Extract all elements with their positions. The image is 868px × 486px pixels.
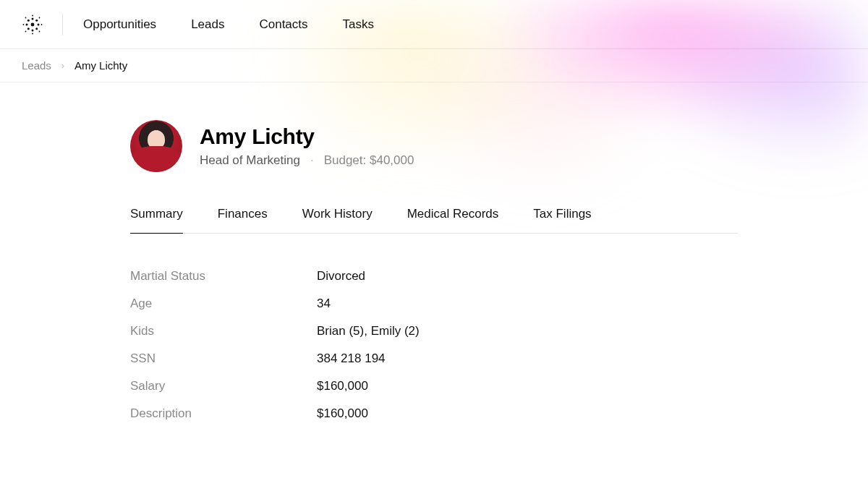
svg-point-13 (25, 17, 27, 18)
profile-heading: Amy Lichty Head of Marketing · Budget: $… (200, 124, 414, 168)
svg-point-8 (35, 27, 38, 30)
nav-contacts[interactable]: Contacts (259, 17, 307, 32)
breadcrumb: Leads › Amy Lichty (0, 49, 868, 82)
detail-value: 384 218 194 (317, 351, 386, 366)
svg-point-14 (39, 17, 41, 18)
profile-budget: Budget: $40,000 (324, 153, 414, 168)
breadcrumb-parent[interactable]: Leads (22, 59, 51, 72)
detail-value: $160,000 (317, 406, 368, 421)
detail-row: Description $160,000 (130, 400, 738, 427)
detail-row: Salary $160,000 (130, 372, 738, 400)
detail-label: SSN (130, 351, 317, 366)
detail-label: Description (130, 406, 317, 421)
detail-value: $160,000 (317, 379, 368, 393)
detail-label: Salary (130, 379, 317, 393)
detail-row: SSN 384 218 194 (130, 345, 738, 372)
details-list: Martial Status Divorced Age 34 Kids Bria… (130, 263, 738, 427)
tab-summary[interactable]: Summary (130, 207, 183, 233)
svg-point-4 (38, 23, 40, 25)
main-nav: Opportunities Leads Contacts Tasks (83, 17, 374, 32)
tabs: Summary Finances Work History Medical Re… (130, 207, 738, 234)
profile-header: Amy Lichty Head of Marketing · Budget: $… (130, 120, 738, 172)
detail-value: Brian (5), Emily (2) (317, 324, 420, 338)
detail-row: Martial Status Divorced (130, 263, 738, 290)
svg-point-11 (23, 24, 25, 25)
svg-point-16 (39, 30, 41, 32)
topbar: Opportunities Leads Contacts Tasks (0, 0, 868, 49)
detail-label: Martial Status (130, 269, 317, 284)
logo-icon (22, 14, 43, 35)
detail-label: Age (130, 297, 317, 311)
detail-value: Divorced (317, 269, 365, 284)
svg-point-0 (31, 22, 35, 26)
tab-finances[interactable]: Finances (218, 207, 268, 233)
svg-point-10 (32, 33, 33, 34)
svg-point-2 (32, 29, 34, 31)
svg-point-9 (32, 14, 33, 16)
profile-subtitle: Head of Marketing · Budget: $40,000 (200, 153, 414, 168)
content: Amy Lichty Head of Marketing · Budget: $… (0, 82, 738, 427)
detail-value: 34 (317, 297, 331, 311)
logo[interactable] (22, 14, 63, 35)
tab-medical-records[interactable]: Medical Records (407, 207, 499, 233)
nav-tasks[interactable]: Tasks (343, 17, 374, 32)
nav-opportunities[interactable]: Opportunities (83, 17, 156, 32)
avatar (130, 120, 182, 172)
svg-point-5 (27, 19, 30, 21)
detail-label: Kids (130, 324, 317, 338)
detail-row: Age 34 (130, 290, 738, 317)
svg-point-15 (25, 30, 27, 32)
nav-leads[interactable]: Leads (191, 17, 224, 32)
svg-point-1 (32, 17, 34, 20)
profile-role: Head of Marketing (200, 153, 300, 168)
svg-point-12 (41, 24, 43, 25)
separator-dot: · (310, 153, 314, 168)
tab-work-history[interactable]: Work History (302, 207, 373, 233)
tab-tax-filings[interactable]: Tax Filings (533, 207, 591, 233)
svg-point-6 (35, 19, 38, 21)
detail-row: Kids Brian (5), Emily (2) (130, 317, 738, 345)
breadcrumb-current: Amy Lichty (75, 59, 127, 72)
chevron-right-icon: › (61, 61, 64, 71)
profile-name: Amy Lichty (200, 124, 414, 149)
svg-point-7 (27, 27, 30, 30)
svg-point-3 (26, 23, 28, 25)
